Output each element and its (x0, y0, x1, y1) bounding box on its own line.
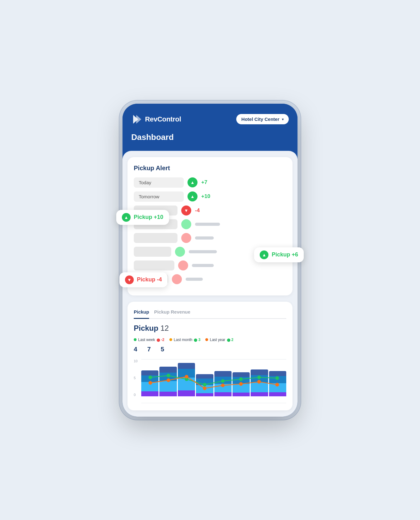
pickup-title-text: Pickup (134, 324, 158, 332)
svg-point-6 (221, 379, 225, 383)
legend-dot-month (169, 338, 172, 341)
legend-last-week: Last week ⬤ -2 (134, 338, 164, 342)
legend-label-month: Last month (174, 338, 192, 342)
svg-marker-1 (136, 115, 141, 124)
legend-change-week: ⬤ -2 (157, 338, 164, 342)
alert-label-tomorrow: Tomorrow (134, 191, 184, 202)
alert-bar-4 (195, 223, 220, 226)
indicator-red-soft-8 (172, 274, 182, 284)
legend-dot-week (134, 338, 137, 341)
tooltip-text-3: Pickup -4 (137, 276, 162, 283)
svg-point-10 (148, 381, 152, 385)
phone-wrapper: ▲ Pickup +10 ▲ Pickup +6 ▼ Pickup -4 Rev… (122, 104, 298, 417)
legend-label-year: Last year (210, 338, 225, 342)
svg-point-13 (203, 386, 207, 390)
alert-bar-8 (186, 278, 203, 281)
indicator-red-3: ▼ (181, 206, 191, 215)
tooltip-up-icon-2: ▲ (260, 250, 268, 259)
alert-value-today: +7 (201, 179, 207, 186)
pickup-tabs: Pickup Pickup Revenue (134, 309, 286, 319)
svg-point-14 (221, 384, 225, 387)
svg-point-5 (203, 383, 207, 386)
svg-point-8 (257, 375, 261, 379)
tooltip-pickup-plus10: ▲ Pickup +10 (116, 210, 169, 225)
alert-row-tomorrow: Tomorrow ▲ +10 (134, 191, 286, 202)
svg-point-16 (257, 380, 261, 384)
svg-point-11 (167, 378, 170, 382)
tooltip-pickup-plus6: ▲ Pickup +6 (254, 247, 304, 262)
svg-point-12 (185, 375, 188, 379)
indicator-tomorrow: ▲ (188, 191, 198, 201)
svg-point-2 (148, 375, 152, 379)
tooltip-pickup-minus4: ▼ Pickup -4 (119, 272, 168, 287)
hotel-selector[interactable]: Hotel City Center ▾ (236, 114, 289, 124)
stat-week: 4 (134, 346, 137, 353)
hotel-name: Hotel City Center (241, 116, 279, 122)
y-label-10: 10 (134, 359, 140, 363)
svg-point-7 (239, 377, 243, 381)
logo-area: RevControl (131, 114, 181, 125)
alert-label-today: Today (134, 177, 184, 188)
stats-row: 4 7 5 (134, 346, 286, 353)
tab-pickup-revenue[interactable]: Pickup Revenue (154, 309, 190, 316)
svg-point-9 (275, 376, 279, 380)
alert-label-blurred-6 (134, 247, 171, 257)
legend-last-year: Last year ⬤ 2 (205, 338, 233, 342)
revcontrol-logo-icon (131, 114, 142, 125)
pickup-main-title: Pickup 12 (134, 324, 286, 333)
legend-last-month: Last month ⬤ 3 (169, 338, 200, 342)
chart-container: 10 5 0 (134, 359, 286, 403)
tooltip-text-2: Pickup +6 (272, 251, 298, 258)
alert-bar-5 (195, 236, 214, 240)
pickup-number: 12 (160, 324, 169, 332)
legend-dot-year (205, 338, 208, 341)
svg-point-3 (167, 374, 170, 377)
tab-pickup[interactable]: Pickup (134, 309, 149, 319)
indicator-today: ▲ (188, 177, 198, 187)
indicator-green-soft-6 (175, 247, 185, 257)
dashboard-title: Dashboard (122, 132, 298, 151)
indicator-red-soft-7 (178, 260, 188, 270)
svg-point-15 (239, 382, 243, 386)
chart-line-svg (141, 359, 286, 403)
alert-bar-6 (189, 250, 217, 253)
chevron-down-icon: ▾ (282, 117, 284, 121)
tooltip-up-icon: ▲ (122, 213, 131, 222)
grid-line-0 (141, 403, 286, 403)
indicator-green-soft-4 (181, 219, 191, 229)
pickup-chart-card: Pickup Pickup Revenue Pickup 12 Last wee… (128, 302, 292, 410)
y-label-5: 5 (134, 376, 140, 380)
legend-change-year: ⬤ 2 (227, 338, 233, 342)
tooltip-text-1: Pickup +10 (134, 214, 163, 220)
logo-text: RevControl (145, 115, 181, 123)
alert-row-today: Today ▲ +7 (134, 177, 286, 188)
alert-row-5 (134, 233, 286, 243)
alert-value-3: -4 (195, 207, 200, 214)
legend-change-month: ⬤ 3 (194, 338, 200, 342)
alert-bar-7 (192, 264, 214, 267)
alert-label-blurred-7 (134, 260, 174, 270)
alert-label-blurred-5 (134, 233, 178, 243)
pickup-alert-title: Pickup Alert (134, 165, 286, 172)
app-header: RevControl Hotel City Center ▾ (122, 104, 298, 132)
stat-year: 5 (161, 346, 164, 353)
chart-y-labels: 10 5 0 (134, 359, 140, 397)
tooltip-down-icon: ▼ (125, 275, 134, 284)
stat-month: 7 (147, 346, 151, 353)
indicator-red-soft-5 (181, 233, 191, 243)
alert-value-tomorrow: +10 (201, 193, 210, 200)
y-label-0: 0 (134, 393, 140, 397)
legend-row: Last week ⬤ -2 Last month ⬤ 3 (134, 338, 286, 342)
legend-label-week: Last week (138, 338, 155, 342)
svg-point-17 (275, 383, 279, 386)
